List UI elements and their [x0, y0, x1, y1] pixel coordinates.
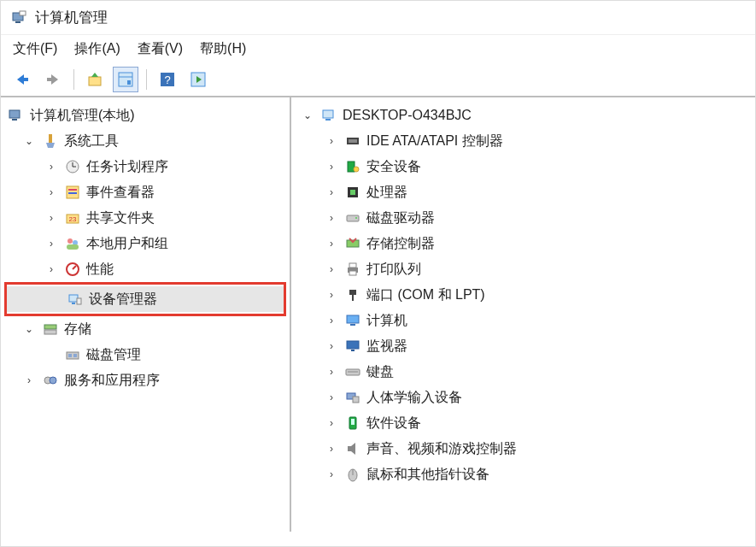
menu-file[interactable]: 文件(F) — [13, 40, 57, 58]
chevron-down-icon[interactable]: ⌄ — [21, 135, 37, 147]
tree-label: 人体学输入设备 — [366, 389, 462, 407]
svg-point-47 — [355, 217, 357, 219]
tree-shared-folders[interactable]: › 23 共享文件夹 — [4, 205, 286, 231]
storage-icon — [42, 321, 59, 338]
chevron-right-icon[interactable]: › — [324, 315, 339, 326]
chevron-right-icon[interactable]: › — [324, 186, 339, 198]
svg-rect-34 — [68, 354, 72, 357]
device-computers[interactable]: › 计算机 — [295, 308, 752, 333]
device-keyboards[interactable]: › 键盘 — [295, 359, 752, 385]
svg-rect-19 — [68, 189, 77, 191]
device-mouse[interactable]: › 鼠标和其他指针设备 — [295, 462, 752, 487]
chevron-right-icon[interactable]: › — [44, 263, 59, 275]
tree-label: 声音、视频和游戏控制器 — [366, 440, 517, 458]
storage-controller-icon — [344, 235, 361, 252]
device-sound[interactable]: › 声音、视频和游戏控制器 — [295, 436, 752, 462]
device-disk-drives[interactable]: › 磁盘驱动器 — [295, 205, 752, 231]
chevron-right-icon[interactable]: › — [324, 238, 339, 250]
help-button[interactable]: ? — [155, 67, 180, 92]
up-button[interactable] — [82, 67, 108, 92]
chevron-down-icon[interactable]: ⌄ — [300, 109, 315, 121]
back-button[interactable] — [9, 67, 35, 92]
services-icon — [42, 372, 59, 389]
device-storage-ctrl[interactable]: › 存储控制器 — [295, 231, 752, 256]
tree-label: 任务计划程序 — [86, 158, 168, 176]
chevron-right-icon[interactable]: › — [324, 135, 339, 147]
chevron-right-icon[interactable]: › — [324, 289, 339, 301]
tree-device-manager[interactable]: › 设备管理器 — [7, 286, 284, 312]
left-tree-pane: 计算机管理(本地) ⌄ 系统工具 › 任务计划程序 › 事件查看器 › 23 共… — [1, 97, 291, 532]
hid-icon — [344, 389, 361, 406]
tree-task-scheduler[interactable]: › 任务计划程序 — [4, 154, 286, 179]
menu-bar: 文件(F) 操作(A) 查看(V) 帮助(H) — [1, 35, 755, 63]
tree-root-local[interactable]: 计算机管理(本地) — [4, 103, 286, 128]
tree-label: 存储 — [64, 321, 91, 338]
chevron-right-icon[interactable]: › — [324, 340, 339, 352]
tree-event-viewer[interactable]: › 事件查看器 — [4, 179, 286, 205]
chevron-right-icon[interactable]: › — [324, 263, 339, 275]
chevron-right-icon[interactable]: › — [324, 212, 339, 224]
monitor-icon — [344, 338, 361, 355]
tree-system-tools[interactable]: ⌄ 系统工具 — [4, 128, 286, 154]
computer-icon — [320, 107, 337, 124]
tree-local-users[interactable]: › 本地用户和组 — [4, 231, 286, 256]
svg-rect-29 — [72, 303, 75, 304]
svg-rect-1 — [15, 21, 21, 23]
tools-icon — [42, 132, 59, 150]
mouse-icon — [344, 466, 361, 483]
chevron-right-icon[interactable]: › — [324, 366, 339, 378]
device-root[interactable]: ⌄ DESKTOP-O434BJC — [295, 103, 752, 128]
users-icon — [64, 235, 81, 252]
action-button[interactable] — [185, 67, 211, 92]
chevron-down-icon[interactable]: ⌄ — [21, 323, 37, 335]
device-ide[interactable]: › IDE ATA/ATAPI 控制器 — [295, 128, 752, 154]
chevron-right-icon[interactable]: › — [21, 374, 37, 386]
chevron-right-icon[interactable]: › — [44, 161, 59, 173]
svg-rect-3 — [22, 78, 28, 81]
svg-rect-61 — [353, 397, 359, 403]
properties-button[interactable] — [113, 67, 138, 92]
chevron-right-icon[interactable]: › — [324, 443, 339, 455]
ide-controller-icon — [344, 132, 361, 150]
svg-rect-39 — [325, 119, 331, 121]
window-title: 计算机管理 — [35, 8, 108, 27]
svg-rect-2 — [20, 11, 26, 15]
device-hid[interactable]: › 人体学输入设备 — [295, 385, 752, 410]
device-print-queues[interactable]: › 打印队列 — [295, 256, 752, 282]
tree-label: 计算机 — [366, 312, 407, 330]
tree-label: 共享文件夹 — [86, 209, 155, 227]
device-ports[interactable]: › 端口 (COM 和 LPT) — [295, 282, 752, 308]
tree-label: 安全设备 — [366, 158, 421, 176]
chevron-right-icon[interactable]: › — [324, 417, 339, 429]
menu-action[interactable]: 操作(A) — [74, 40, 120, 58]
chevron-right-icon[interactable]: › — [44, 186, 59, 198]
tree-disk-management[interactable]: › 磁盘管理 — [4, 342, 286, 368]
device-cpu[interactable]: › 处理器 — [295, 179, 752, 205]
chevron-right-icon[interactable]: › — [44, 212, 59, 224]
tree-storage[interactable]: ⌄ 存储 — [4, 316, 286, 342]
tree-label: 计算机管理(本地) — [30, 107, 135, 125]
right-tree-pane: ⌄ DESKTOP-O434BJC › IDE ATA/ATAPI 控制器 › … — [291, 97, 755, 532]
svg-text:23: 23 — [69, 215, 77, 223]
tree-label: 事件查看器 — [86, 184, 155, 202]
tree-services-apps[interactable]: › 服务和应用程序 — [4, 368, 286, 393]
printer-icon — [344, 261, 361, 278]
clock-icon — [64, 158, 81, 175]
tree-label: 打印队列 — [366, 261, 421, 279]
chevron-right-icon[interactable]: › — [44, 238, 59, 250]
tree-performance[interactable]: › 性能 — [4, 256, 286, 282]
forward-button[interactable] — [40, 67, 66, 92]
svg-rect-32 — [44, 330, 56, 334]
device-security[interactable]: › 安全设备 — [295, 154, 752, 179]
highlighted-selection: › 设备管理器 — [4, 282, 286, 316]
disk-mgmt-icon — [64, 346, 81, 363]
svg-rect-54 — [347, 315, 359, 323]
svg-rect-52 — [349, 290, 356, 295]
chevron-right-icon[interactable]: › — [324, 468, 339, 480]
chevron-right-icon[interactable]: › — [324, 161, 339, 173]
device-software[interactable]: › 软件设备 — [295, 410, 752, 436]
menu-view[interactable]: 查看(V) — [138, 40, 183, 58]
device-monitors[interactable]: › 监视器 — [295, 333, 752, 359]
chevron-right-icon[interactable]: › — [324, 391, 339, 403]
menu-help[interactable]: 帮助(H) — [200, 40, 246, 58]
